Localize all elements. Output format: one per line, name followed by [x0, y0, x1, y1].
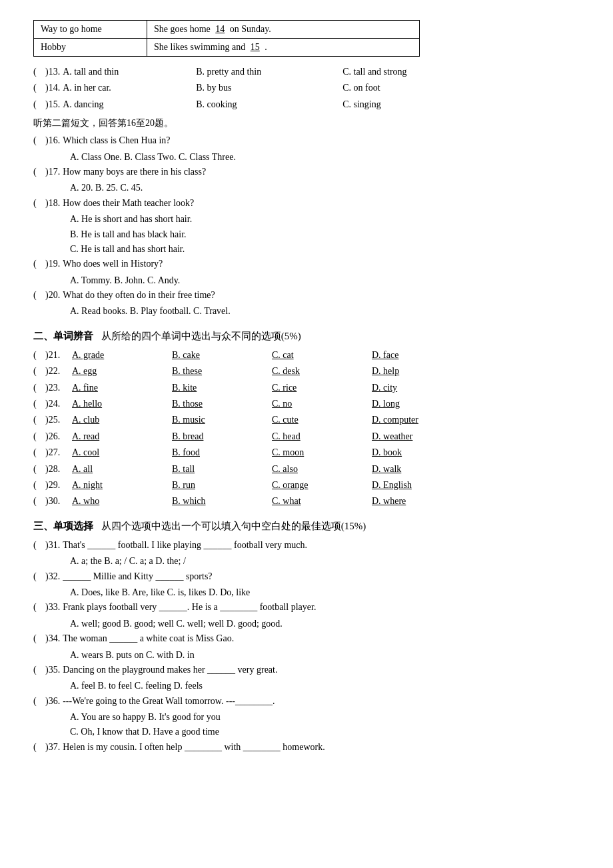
q37-line: ( )37. Helen is my cousin. I often help …: [33, 740, 580, 755]
q32-sub: A. Does, like B. Are, like C. is, likes …: [70, 585, 580, 600]
q24-line: ( )24. A. hello B. those C. no D. long: [33, 397, 580, 411]
q20-line: ( )20. What do they often do in their fr…: [33, 288, 580, 303]
table-label-1: Way to go home: [34, 21, 147, 39]
q35-line: ( )35. Dancing on the playground makes h…: [33, 663, 580, 677]
q22-line: ( )22. A. egg B. these C. desk D. help: [33, 364, 580, 379]
q15-line: ( )15. A. dancing B. cooking C. singing: [33, 97, 580, 112]
q36-suba: A. You are so happy B. It's good for you: [70, 710, 580, 725]
passage-note: 听第二篇短文，回答第16至20题。: [33, 117, 580, 129]
q21-line: ( )21. A. grade B. cake C. cat D. face: [33, 348, 580, 363]
q31-sub: A. a; the B. a; / C. a; a D. the; /: [70, 554, 580, 569]
section2-title: 二、单词辨音 从所给的四个单词中选出与众不同的选项(5%): [33, 330, 580, 343]
section3-title: 三、单项选择 从四个选项中选出一个可以填入句中空白处的最佳选项(15%): [33, 520, 580, 533]
q20-sub: A. Read books. B. Play football. C. Trav…: [70, 304, 580, 319]
info-table: Way to go home She goes home 14 on Sunda…: [33, 20, 420, 57]
q25-line: ( )25. A. club B. music C. cute D. compu…: [33, 413, 580, 427]
q30-line: ( )30. A. who B. which C. what D. where: [33, 494, 580, 509]
blank-14: 14: [215, 24, 225, 34]
questions-13-15: ( )13. A. tall and thin B. pretty and th…: [33, 65, 580, 112]
q18-subc: C. He is tall and has short hair.: [70, 242, 580, 257]
section2-questions: ( )21. A. grade B. cake C. cat D. face (…: [33, 348, 580, 509]
table-content-1: She goes home 14 on Sunday.: [147, 21, 420, 39]
q19-line: ( )19. Who does well in History?: [33, 257, 580, 271]
q17-sub: A. 20. B. 25. C. 45.: [70, 181, 580, 195]
q26-line: ( )26. A. read B. bread C. head D. weath…: [33, 429, 580, 444]
q17-line: ( )17. How many boys are there in his cl…: [33, 165, 580, 179]
info-table-section: Way to go home She goes home 14 on Sunda…: [33, 20, 580, 57]
q27-line: ( )27. A. cool B. food C. moon D. book: [33, 445, 580, 460]
q31-line: ( )31. That's ______ football. I like pl…: [33, 538, 580, 553]
q33-sub: A. well; good B. good; well C. well; wel…: [70, 617, 580, 631]
q29-line: ( )29. A. night B. run C. orange D. Engl…: [33, 478, 580, 493]
q28-line: ( )28. A. all B. tall C. also D. walk: [33, 462, 580, 477]
questions-16-20: ( )16. Which class is Chen Hua in? A. Cl…: [33, 133, 580, 319]
q19-sub: A. Tommy. B. John. C. Andy.: [70, 273, 580, 288]
q35-sub: A. feel B. to feel C. feeling D. feels: [70, 679, 580, 693]
q36-line: ( )36. ---We're going to the Great Wall …: [33, 694, 580, 709]
section3-questions: ( )31. That's ______ football. I like pl…: [33, 538, 580, 755]
q13-line: ( )13. A. tall and thin B. pretty and th…: [33, 65, 580, 79]
table-content-2: She likes swimming and 15 .: [147, 39, 420, 57]
q23-line: ( )23. A. fine B. kite C. rice D. city: [33, 381, 580, 395]
q16-line: ( )16. Which class is Chen Hua in?: [33, 133, 580, 148]
q34-sub: A. wears B. puts on C. with D. in: [70, 648, 580, 663]
q18-subb: B. He is tall and has black hair.: [70, 227, 580, 242]
q34-line: ( )34. The woman ______ a white coat is …: [33, 631, 580, 646]
q18-suba: A. He is short and has short hair.: [70, 212, 580, 227]
q18-line: ( )18. How does their Math teacher look?: [33, 196, 580, 211]
q16-sub: A. Class One. B. Class Two. C. Class Thr…: [70, 150, 580, 165]
q36-subb: C. Oh, I know that D. Have a good time: [70, 725, 580, 739]
table-label-2: Hobby: [34, 39, 147, 57]
q32-line: ( )32. ______ Millie and Kitty ______ sp…: [33, 569, 580, 584]
q33-line: ( )33. Frank plays football very ______.…: [33, 600, 580, 615]
blank-15: 15: [251, 42, 260, 52]
q14-line: ( )14. A. in her car. B. by bus C. on fo…: [33, 81, 580, 95]
